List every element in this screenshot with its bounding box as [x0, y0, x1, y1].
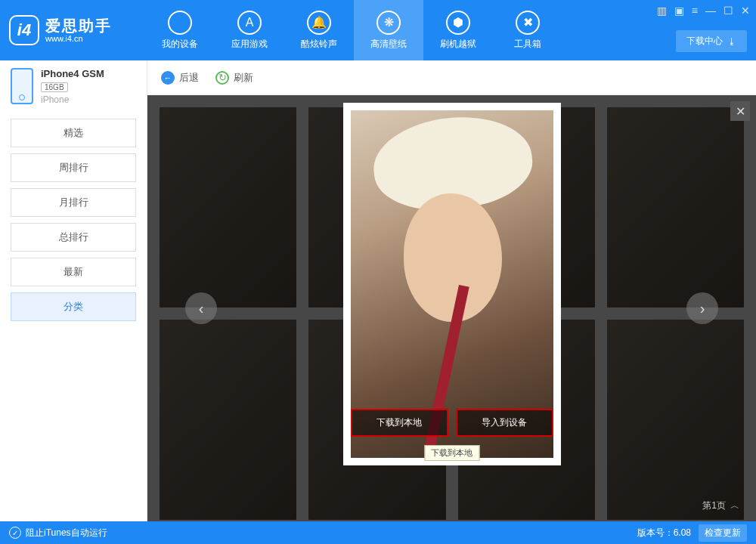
prev-button[interactable]: ‹ [185, 292, 217, 324]
window-controls: ▥ ▣ ≡ — ☐ ✕ [657, 5, 750, 17]
bell-icon: 🔔 [307, 11, 331, 35]
back-button[interactable]: ←后退 [161, 71, 199, 85]
category-list: 精选 周排行 月排行 总排行 最新 分类 [11, 119, 136, 321]
refresh-button[interactable]: ↻刷新 [215, 71, 253, 85]
back-icon: ← [161, 71, 175, 85]
device-capacity: 16GB [41, 82, 68, 92]
download-center-button[interactable]: 下载中心 ⭳ [676, 30, 747, 52]
menu-icon[interactable]: ≡ [692, 5, 698, 17]
cat-newest[interactable]: 最新 [11, 258, 136, 286]
sidebar: iPhone4 GSM 16GB iPhone 精选 周排行 月排行 总排行 最… [0, 60, 147, 521]
nav-flash-jailbreak[interactable]: ⬢刷机越狱 [423, 0, 493, 60]
refresh-icon: ↻ [215, 71, 229, 85]
content-area: ←后退 ↻刷新 ✕ ‹ › 第1页 ︿ [147, 60, 756, 521]
nav-wallpapers[interactable]: ❋高清壁纸 [354, 0, 423, 60]
pager[interactable]: 第1页 ︿ [702, 499, 739, 512]
app-logo: i4 爱思助手 www.i4.cn [9, 15, 145, 45]
version-label: 版本号：6.08 [637, 527, 691, 539]
toolbar: ←后退 ↻刷新 [147, 60, 756, 95]
nav-my-device[interactable]: 我的设备 [145, 0, 215, 60]
nav-apps-games[interactable]: A应用游戏 [215, 0, 284, 60]
statusbar: ✓ 阻止iTunes自动运行 版本号：6.08 检查更新 [0, 521, 756, 544]
itunes-block-toggle[interactable]: 阻止iTunes自动运行 [26, 527, 107, 539]
logo-badge-icon: i4 [9, 15, 39, 45]
check-update-button[interactable]: 检查更新 [699, 524, 747, 542]
skin-icon[interactable]: ▣ [674, 5, 684, 17]
minimize-icon[interactable]: — [705, 5, 716, 17]
close-preview-button[interactable]: ✕ [730, 101, 750, 121]
cat-monthly[interactable]: 月排行 [11, 188, 136, 217]
app-url: www.i4.cn [45, 34, 112, 43]
cat-featured[interactable]: 精选 [11, 119, 136, 147]
cat-weekly[interactable]: 周排行 [11, 153, 136, 182]
nav-ringtones[interactable]: 🔔酷炫铃声 [284, 0, 354, 60]
download-local-button[interactable]: 下载到本地 [351, 409, 448, 437]
phone-icon [11, 68, 33, 104]
chevron-up-icon: ︿ [730, 499, 739, 512]
cat-total[interactable]: 总排行 [11, 223, 136, 252]
apple-icon [168, 11, 192, 35]
appstore-icon: A [237, 11, 262, 35]
titlebar: i4 爱思助手 www.i4.cn 我的设备 A应用游戏 🔔酷炫铃声 ❋高清壁纸… [0, 0, 756, 60]
feedback-icon[interactable]: ▥ [657, 5, 667, 17]
wallpaper-preview: 下载到本地 导入到设备 下载到本地 [343, 103, 561, 465]
maximize-icon[interactable]: ☐ [723, 5, 733, 17]
close-icon[interactable]: ✕ [741, 5, 750, 17]
box-icon: ⬢ [446, 11, 470, 35]
flower-icon: ❋ [376, 11, 401, 35]
app-name: 爱思助手 [45, 17, 112, 34]
device-type: iPhone [41, 94, 104, 105]
import-device-button[interactable]: 导入到设备 [456, 409, 553, 437]
download-icon: ⭳ [727, 36, 736, 47]
device-info[interactable]: iPhone4 GSM 16GB iPhone [11, 68, 136, 105]
cat-categories[interactable]: 分类 [11, 292, 136, 321]
preview-image [351, 110, 553, 458]
preview-overlay: ✕ ‹ › 第1页 ︿ 下载到本地 导入到设备 下载到本地 [147, 95, 756, 521]
main-nav: 我的设备 A应用游戏 🔔酷炫铃声 ❋高清壁纸 ⬢刷机越狱 ✖工具箱 [145, 0, 562, 60]
device-name: iPhone4 GSM [41, 68, 104, 79]
nav-toolbox[interactable]: ✖工具箱 [493, 0, 562, 60]
next-button[interactable]: › [686, 292, 718, 324]
wrench-icon: ✖ [516, 11, 540, 35]
tooltip: 下载到本地 [424, 445, 479, 461]
check-icon: ✓ [9, 527, 21, 539]
